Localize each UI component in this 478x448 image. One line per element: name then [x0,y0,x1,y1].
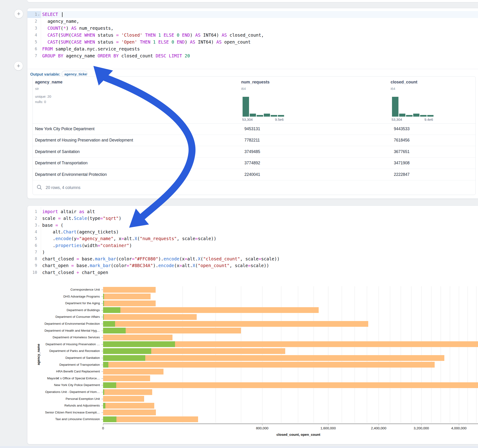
y-tick [101,378,103,379]
gridline [342,286,342,423]
column-header[interactable]: num_requests [241,80,270,85]
bar-open [103,300,104,306]
line-number: 7 [27,250,41,255]
add-cell-button-top[interactable]: + [14,9,23,19]
bar-closed [103,294,151,299]
x-tick-label: 4,000,000 [443,426,475,430]
table-cell: 7782211 [245,135,260,146]
gridline [441,286,441,423]
histogram-range-labels: 53,3049.4e6 [391,118,433,121]
y-axis-label: Personal Exemption Unit [27,397,100,400]
code-line: GROUP BY agency_name ORDER BY closed_cou… [42,53,478,58]
y-tick [101,297,103,297]
table-cell: 3749485 [245,146,260,157]
code-line: CAST(SUM(CASE WHEN status = 'Open' THEN … [42,39,478,44]
y-axis-label: Department of Housing Preservation … [27,342,100,346]
code-line: SELECT [42,12,478,17]
code-line: scale = alt.Scale(type="sqrt") [42,216,478,221]
bar-closed [103,410,156,415]
histogram-range-labels: 53,3049.5e6 [242,118,284,121]
table-cell: Department of Environmental Protection [35,169,107,180]
bar-closed [103,314,197,320]
y-axis-label: Department of Consumer Affairs [27,315,100,318]
code-line: alt.Chart(agency_tickets) [42,229,478,234]
gridline [298,286,298,423]
table-row[interactable]: Department of Housing Preservation and D… [33,135,475,146]
table-cell: 7618456 [394,135,409,146]
bar-closed [103,287,156,293]
y-tick [101,392,103,392]
y-tick [101,317,103,317]
code-line: FROM sample_data.nyc.service_requests [42,46,478,51]
x-tick-label: 3,200,000 [405,426,437,430]
column-header[interactable]: agency_name [35,80,63,85]
line-number: 8 [27,256,41,261]
line-number: 5 [27,40,41,44]
table-cell: Department of Sanitation [35,146,80,157]
line-number: 2 [27,216,41,221]
gridline [216,286,216,423]
sql-code-editor[interactable]: 1⌄SELECT 2 agency_name,3 COUNT(*) AS num… [27,8,478,61]
y-tick [101,365,103,365]
output-variable-pill[interactable]: agency_tickets [62,71,87,77]
gridline [450,286,450,423]
y-axis-label: Refunds and Adjustments [27,404,100,407]
y-axis-label: HRA Benefit Card Replacement [27,370,100,373]
y-axis-label: DHS Advantage Programs [27,295,100,298]
search-icon[interactable] [37,184,42,190]
add-cell-button-output[interactable]: + [14,61,23,70]
gridline [421,286,421,423]
line-number: 2 [27,19,41,24]
table-cell: 3471908 [394,157,409,169]
table-cell: 2240041 [245,169,260,180]
code-line: .encode(y="agency_name", x=alt.X("num_re… [42,236,478,241]
table-row[interactable]: Department of Transportation377489234719… [33,157,475,169]
x-tick [379,424,379,425]
results-table: agency_namestrunique: 20nulls: 0num_requ… [32,76,476,195]
line-number: 5 [27,236,41,241]
table-cell: 3677651 [394,146,409,157]
bar-closed [103,307,319,313]
bar-closed [103,389,152,395]
bar-open [103,382,116,388]
code-line: chart_open = base.mark_bar(color="#8BC34… [42,263,478,268]
gridline [281,286,281,423]
gridline [328,286,328,423]
y-axis-label: Department of Transportation [27,363,100,367]
collapse-chevron-icon[interactable]: ⌄ [38,224,40,227]
gridline [476,286,476,423]
previous-cell-fragment [27,0,478,2]
x-tick-label: 2,400,000 [363,426,395,430]
bar-closed [103,321,368,327]
bar-open [103,328,126,333]
y-tick [101,337,103,338]
collapse-chevron-icon[interactable]: ⌄ [38,13,40,16]
column-stat: nulls: 0 [35,100,46,104]
sql-cell: 1⌄SELECT 2 agency_name,3 COUNT(*) AS num… [27,8,478,199]
gridline [411,286,411,423]
code-line: import altair as alt [42,209,478,214]
line-number: 3 [27,26,41,31]
bar-open [103,321,115,327]
table-row[interactable]: Department of Environmental Protection22… [33,169,475,180]
line-number: 7 [27,53,41,58]
bar-open [103,362,108,367]
bar-closed [103,382,478,388]
column-type: i64 [241,87,246,91]
table-row[interactable]: Department of Sanitation37494853677651 [33,146,475,158]
code-line: COUNT(*) AS num_requests, [42,25,478,31]
python-code-editor[interactable]: 1import altair as alt2scale = alt.Scale(… [27,206,478,275]
output-variable-value: agency_tickets [64,72,87,76]
y-tick [101,372,103,372]
table-row[interactable]: New York City Police Department945313194… [33,123,475,135]
y-tick [101,331,103,331]
table-cell: 3774892 [245,157,260,169]
y-tick [101,351,103,351]
gridline [401,286,401,423]
bar-open [103,389,104,395]
bar-open [103,314,104,320]
column-header[interactable]: closed_count [391,80,417,85]
code-line: agency_name, [42,19,478,24]
next-cell-fragment [0,446,478,448]
y-axis-label: Department of Sanitation [27,356,100,360]
